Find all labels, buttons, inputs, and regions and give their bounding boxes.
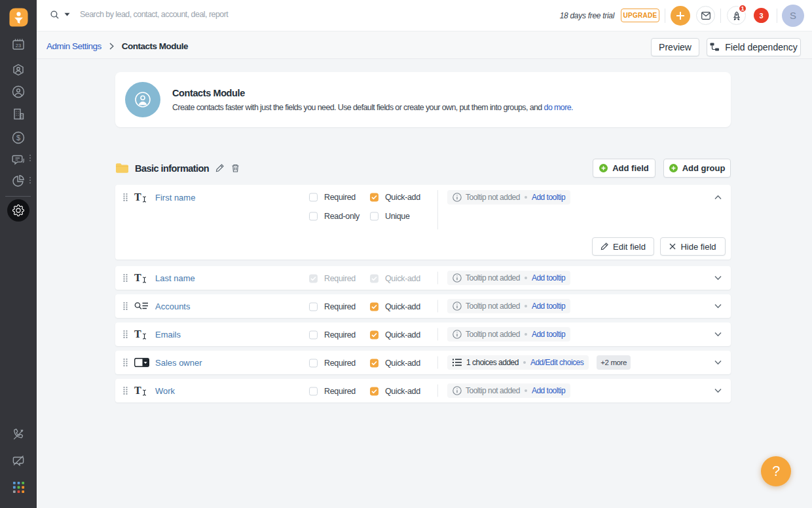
upgrade-button[interactable]: UPGRADE (621, 9, 659, 22)
field-row-sales-owner: Sales ownerRequiredQuick-add1 choices ad… (115, 351, 731, 374)
dot-separator (525, 196, 527, 199)
quick-add-button[interactable] (671, 6, 690, 26)
sidebar-item-chat-disabled[interactable] (0, 454, 37, 468)
add-tooltip-link[interactable]: Add tooltip (532, 273, 565, 283)
preview-button[interactable]: Preview (651, 38, 699, 56)
drag-handle[interactable] (123, 302, 128, 311)
collapse-chevron-icon[interactable] (714, 195, 722, 200)
module-description: Create contacts faster with just the fie… (172, 103, 573, 112)
required-checkbox[interactable] (309, 359, 318, 368)
quick-add-checkbox[interactable] (370, 303, 378, 311)
apps-switcher-icon[interactable] (0, 481, 37, 494)
breadcrumb-admin-settings[interactable]: Admin Settings (46, 41, 101, 51)
add-group-button[interactable]: Add group (663, 159, 731, 178)
add-tooltip-link[interactable]: Add tooltip (532, 302, 565, 311)
freshsales-logo[interactable] (0, 7, 37, 28)
hexagon-person-icon (11, 63, 26, 77)
quick-add-checkbox[interactable] (370, 331, 378, 340)
search-input[interactable] (80, 10, 355, 19)
sidebar-item-activities[interactable]: 23 (0, 37, 37, 52)
email-button[interactable] (696, 6, 715, 25)
field-row-first-name: TFirst nameRequiredQuick-addTooltip not … (115, 185, 731, 260)
drag-handle[interactable] (123, 387, 128, 395)
text-field-icon: T (134, 329, 141, 340)
sidebar-item-deals[interactable]: $ (0, 130, 37, 145)
search-scope-caret-icon[interactable] (64, 12, 70, 16)
required-checkbox[interactable] (309, 387, 318, 396)
info-icon (452, 273, 462, 283)
field-name-link[interactable]: Sales owner (155, 358, 202, 368)
trash-icon (231, 164, 240, 172)
field-name-link[interactable]: Emails (155, 330, 181, 340)
delete-section-icon[interactable] (231, 164, 240, 172)
drag-handle[interactable] (123, 330, 128, 339)
drag-handle[interactable] (123, 359, 128, 367)
unique-checkbox[interactable] (370, 212, 378, 221)
required-checkbox[interactable] (309, 275, 318, 283)
global-search[interactable] (50, 10, 560, 19)
unique-label: Unique (385, 212, 410, 221)
read-only-checkbox[interactable] (309, 212, 318, 221)
tooltip-badge: Tooltip not addedAdd tooltip (447, 299, 570, 313)
conversations-more-dots (29, 155, 31, 163)
do-more-link[interactable]: do more. (544, 103, 573, 112)
edit-section-icon[interactable] (215, 164, 224, 172)
required-checkbox[interactable] (309, 303, 318, 311)
add-tooltip-link[interactable]: Add tooltip (532, 193, 565, 202)
expand-chevron-icon[interactable] (714, 276, 722, 281)
page-header-bar: Admin Settings Contacts Module Preview F… (37, 31, 812, 59)
quick-add-label: Quick-add (385, 193, 420, 202)
topbar-separator (665, 9, 665, 23)
add-field-button[interactable]: Add field (593, 159, 655, 178)
quick-add-checkbox[interactable] (370, 275, 378, 283)
sidebar-item-leads[interactable] (0, 63, 37, 77)
section-title: Basic information (135, 163, 209, 174)
add-tooltip-link[interactable]: Add tooltip (532, 386, 565, 395)
analytics-more-dots (29, 177, 31, 185)
field-name-link[interactable]: First name (155, 193, 195, 203)
expand-chevron-icon[interactable] (714, 361, 722, 365)
expand-chevron-icon[interactable] (714, 304, 722, 309)
sidebar-item-phone-disabled[interactable] (0, 427, 37, 442)
required-label: Required (324, 274, 356, 283)
sidebar-item-accounts[interactable] (0, 107, 37, 121)
add-tooltip-link[interactable]: Add tooltip (532, 330, 565, 339)
breadcrumb: Admin Settings Contacts Module (46, 41, 188, 51)
sidebar-item-contacts[interactable] (0, 85, 37, 99)
pie-chart-icon (11, 174, 26, 188)
field-name-link[interactable]: Last name (155, 273, 195, 283)
help-fab[interactable]: ? (761, 456, 791, 486)
edit-field-button[interactable]: Edit field (592, 237, 654, 256)
quick-add-checkbox[interactable] (370, 193, 378, 202)
field-dependency-button[interactable]: Field dependency (707, 38, 801, 56)
required-checkbox[interactable] (309, 331, 318, 340)
field-rows: TFirst nameRequiredQuick-addTooltip not … (115, 185, 731, 407)
field-name-link[interactable]: Accounts (155, 302, 190, 311)
quick-add-label: Quick-add (385, 330, 420, 340)
add-edit-choices-link[interactable]: Add/Edit choices (530, 358, 583, 367)
quick-add-checkbox[interactable] (370, 387, 378, 396)
expand-chevron-icon[interactable] (714, 389, 722, 393)
drag-handle[interactable] (123, 193, 128, 202)
required-checkbox[interactable] (309, 193, 318, 202)
required-label: Required (324, 193, 356, 202)
notifications-button[interactable]: 3 (754, 8, 769, 23)
chat-bubble-icon (11, 153, 26, 167)
drag-handle[interactable] (123, 274, 128, 283)
whats-new-button[interactable]: 1 (727, 6, 746, 25)
gear-icon (12, 205, 24, 216)
sidebar-divider (5, 196, 31, 197)
hide-field-button[interactable]: Hide field (660, 237, 726, 256)
sidebar-item-settings[interactable] (0, 199, 37, 222)
expand-chevron-icon[interactable] (714, 332, 722, 337)
dot-separator (525, 277, 527, 279)
more-choices-badge[interactable]: +2 more (597, 355, 631, 370)
sidebar: 23 $ (0, 0, 37, 508)
quick-add-label: Quick-add (385, 359, 420, 368)
field-name-link[interactable]: Work (155, 386, 175, 396)
main-content: Contacts Module Create contacts faster w… (37, 59, 812, 508)
required-label: Required (324, 330, 356, 340)
tooltip-badge: Tooltip not addedAdd tooltip (447, 190, 570, 205)
user-avatar[interactable]: S (782, 5, 804, 27)
quick-add-checkbox[interactable] (370, 359, 378, 368)
